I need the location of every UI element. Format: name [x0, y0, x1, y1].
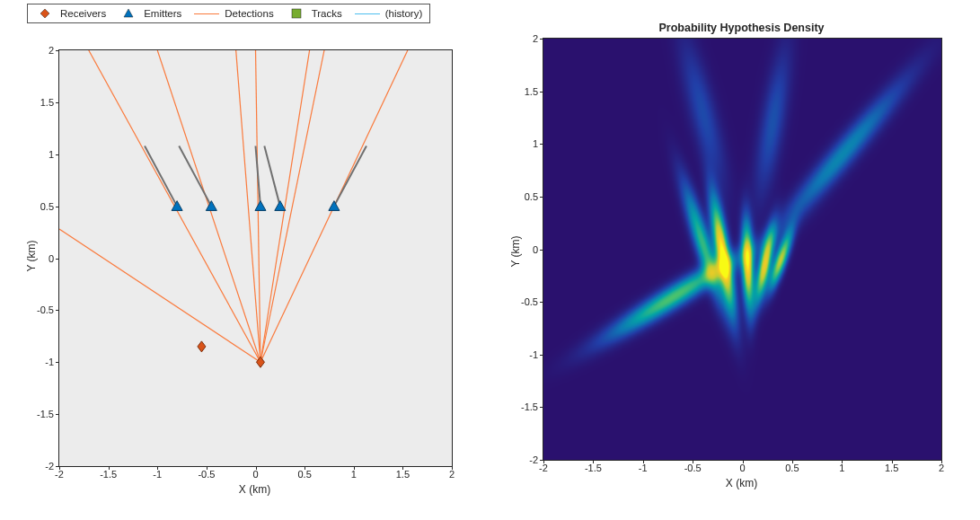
ytick-label: -1.5 [521, 401, 538, 412]
xtick-label: 0.5 [297, 469, 311, 480]
ytick-label: -0.5 [37, 304, 54, 315]
legend-label: Receivers [60, 8, 106, 19]
svg-marker-1 [124, 9, 133, 17]
xtick-label: 2 [939, 463, 944, 473]
title-right: Probability Hypothesis Density [543, 22, 940, 34]
ytick-label: 1 [49, 149, 54, 160]
legend-swatch [35, 8, 55, 19]
svg-marker-19 [206, 201, 216, 211]
svg-line-3 [89, 50, 260, 362]
svg-line-10 [59, 229, 260, 362]
legend: ReceiversEmittersDetectionsTracks(histor… [27, 4, 430, 23]
svg-line-12 [179, 145, 211, 206]
ylabel-left: Y (km) [25, 211, 38, 301]
legend-item: Receivers [35, 8, 106, 19]
xlabel-right: X (km) [543, 477, 940, 489]
axes-scene: -2-1.5-1-0.500.511.52-2-1.5-1-0.500.511.… [58, 49, 453, 467]
ytick-label: 2 [533, 33, 538, 44]
ytick-label: 0 [49, 253, 54, 264]
xtick-label: 0 [739, 463, 745, 473]
xtick-label: -1 [639, 463, 648, 473]
svg-line-13 [256, 145, 260, 206]
xtick-label: 2 [449, 469, 455, 480]
svg-rect-2 [292, 9, 301, 18]
xtick-label: 1 [839, 463, 844, 473]
ytick-label: 1 [533, 138, 538, 149]
svg-line-6 [256, 50, 260, 362]
legend-item: Detections [194, 8, 273, 19]
svg-line-8 [260, 50, 324, 362]
legend-item: (history) [355, 8, 423, 19]
svg-line-11 [145, 145, 177, 206]
ytick-label: -2 [45, 461, 54, 472]
ytick-label: 0 [533, 244, 538, 255]
legend-label: Detections [225, 8, 273, 19]
xtick-label: 1.5 [396, 469, 410, 480]
xtick-label: -1 [153, 469, 162, 480]
ytick-label: 1.5 [525, 86, 538, 97]
svg-line-15 [334, 145, 366, 206]
xtick-label: -1.5 [585, 463, 602, 473]
ytick-label: -0.5 [521, 296, 538, 307]
legend-swatch [194, 13, 219, 14]
ytick-label: -1 [529, 349, 538, 360]
svg-marker-20 [255, 201, 266, 211]
ytick-label: 0.5 [525, 191, 538, 202]
ytick-label: 0.5 [40, 201, 54, 212]
xtick-label: -2 [539, 463, 548, 473]
xtick-label: -2 [55, 469, 64, 480]
xtick-label: 0 [252, 469, 258, 480]
legend-swatch [355, 13, 380, 14]
svg-line-4 [157, 50, 260, 362]
scene-plot [59, 50, 452, 466]
svg-marker-0 [40, 9, 49, 18]
xtick-label: -1.5 [100, 469, 117, 480]
xtick-label: 1.5 [885, 463, 898, 473]
ytick-label: -1.5 [37, 409, 54, 419]
ytick-label: 1.5 [40, 97, 54, 108]
svg-marker-16 [198, 341, 206, 352]
xtick-label: -0.5 [198, 469, 215, 480]
ytick-label: 2 [49, 45, 54, 56]
xtick-label: 0.5 [785, 463, 799, 473]
legend-label: Emitters [144, 8, 181, 19]
legend-item: Emitters [119, 8, 181, 19]
svg-marker-21 [275, 201, 286, 211]
legend-swatch [119, 8, 138, 19]
svg-marker-22 [329, 201, 340, 211]
xtick-label: 1 [351, 469, 357, 480]
legend-swatch [287, 8, 306, 19]
legend-item: Tracks [287, 8, 342, 19]
ylabel-right: Y (km) [509, 207, 522, 296]
svg-marker-17 [256, 357, 264, 367]
phd-heatmap [543, 39, 941, 460]
xtick-label: -0.5 [684, 463, 702, 473]
svg-line-9 [260, 50, 408, 362]
legend-label: (history) [385, 8, 423, 19]
xlabel-left: X (km) [58, 483, 451, 496]
ytick-label: -2 [529, 454, 538, 465]
matlab-figure: ReceiversEmittersDetectionsTracks(histor… [0, 0, 980, 520]
ytick-label: -1 [45, 357, 54, 367]
legend-label: Tracks [312, 8, 342, 19]
svg-line-14 [264, 145, 279, 206]
axes-phd: -2-1.5-1-0.500.511.52-2-1.5-1-0.500.511.… [543, 38, 942, 461]
svg-marker-18 [172, 201, 182, 211]
svg-line-7 [260, 50, 310, 362]
svg-line-5 [236, 50, 260, 362]
